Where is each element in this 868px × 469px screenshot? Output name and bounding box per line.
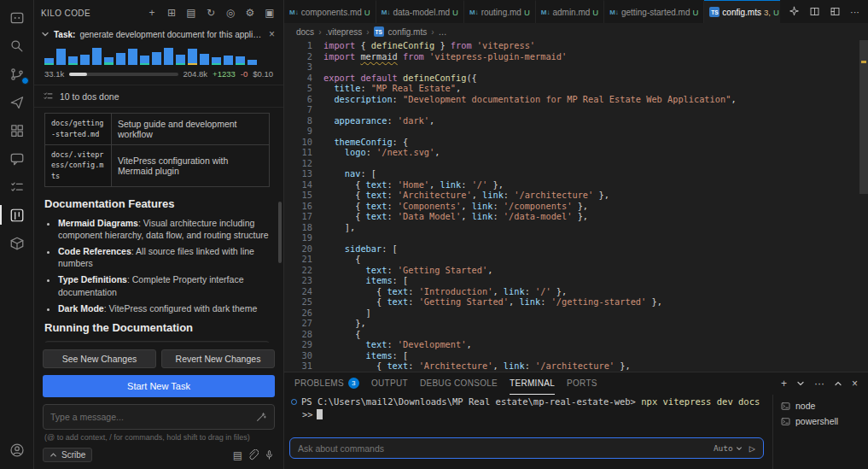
mic-icon[interactable]	[264, 449, 275, 460]
panel-tab[interactable]: TERMINAL	[510, 372, 555, 395]
auto-dropdown[interactable]: Auto	[714, 443, 743, 453]
more-actions-icon[interactable]: ···	[814, 378, 824, 390]
warning-mark	[861, 61, 866, 63]
chat-icon[interactable]	[0, 144, 34, 173]
terminal-line: >>	[291, 408, 766, 421]
panel-tab[interactable]: OUTPUT	[371, 372, 408, 395]
new-task-icon[interactable]: +	[145, 6, 159, 20]
see-new-changes-button[interactable]: See New Changes	[43, 349, 156, 368]
feature-item: Type Definitions: Complete Property inte…	[58, 273, 270, 297]
marketplace-icon[interactable]: ⊞	[165, 6, 178, 20]
enhance-prompt-icon[interactable]	[255, 411, 267, 423]
panel-actions: + ··· ×	[781, 378, 858, 390]
layout-icon[interactable]	[830, 6, 841, 17]
attach-icon[interactable]	[248, 449, 259, 460]
editor-tab[interactable]: M↓admin.mdU	[536, 0, 604, 23]
context-used: 33.1k	[44, 69, 64, 79]
task-text: generate development document for this a…	[79, 30, 263, 39]
markdown-file-icon: M↓	[609, 9, 619, 16]
extensions-icon[interactable]	[0, 116, 34, 144]
kilo-logo-icon[interactable]	[0, 3, 34, 32]
new-terminal-icon[interactable]: +	[781, 378, 787, 390]
terminal-list-item[interactable]: node	[773, 398, 868, 413]
split-editor-icon[interactable]	[809, 6, 820, 17]
copilot-sparkle-icon[interactable]	[789, 6, 800, 17]
sidebar-scrollbar[interactable]	[278, 202, 282, 263]
panel-tab[interactable]: PORTS	[567, 372, 597, 395]
terminal-list-item[interactable]: powershell	[773, 413, 868, 429]
breadcrumb-item[interactable]: config.mts	[388, 27, 428, 37]
revert-new-changes-button[interactable]: Revert New Changes	[161, 349, 275, 368]
mode-selector[interactable]: Scribe	[43, 448, 92, 462]
feature-item: Dark Mode: VitePress configured with dar…	[58, 302, 270, 314]
terminal-view[interactable]: PS C:\Users\mail2\Downloads\MP Real esta…	[284, 395, 772, 469]
history-icon[interactable]: ↻	[204, 6, 218, 20]
feature-item: Mermaid Diagrams: Visual architecture in…	[58, 217, 270, 241]
file-path-cell: docs/getting-started.md	[45, 114, 112, 145]
markdown-file-icon: M↓	[469, 9, 479, 16]
terminal-icon	[781, 402, 790, 411]
context-max: 204.8k	[184, 69, 208, 79]
terminal-prompt: PS C:\Users\mail2\Downloads\MP Real esta…	[301, 396, 636, 407]
breadcrumb[interactable]: docs›.vitepress›TSconfig.mts›…	[284, 23, 868, 40]
usage-bar	[152, 46, 161, 65]
checklist-icon[interactable]	[0, 173, 34, 201]
account-icon[interactable]	[0, 436, 34, 464]
editor-tab[interactable]: M↓routing.mdU	[464, 0, 536, 23]
breadcrumb-item[interactable]: docs	[296, 27, 314, 37]
send-icon[interactable]: ▷	[749, 443, 755, 454]
usage-bar	[92, 46, 102, 65]
profile-icon[interactable]: ◎	[224, 6, 237, 20]
editor-tab[interactable]: M↓components.mdU	[284, 0, 376, 23]
todos-row[interactable]: 10 to dos done	[34, 85, 283, 108]
editor-scrollbar[interactable]	[859, 40, 868, 194]
panel-tab[interactable]: PROBLEMS3	[294, 372, 359, 395]
api-config-icon[interactable]: ▤	[233, 449, 242, 461]
more-actions-icon[interactable]: ···	[850, 7, 859, 17]
terminal-chat-bar[interactable]: Auto ▷	[289, 437, 764, 459]
message-input[interactable]	[50, 412, 250, 422]
breadcrumb-item[interactable]: …	[439, 27, 447, 37]
command-code-block: npx vitepress dev docs	[44, 341, 270, 343]
usage-bar	[104, 46, 114, 65]
chevron-down-icon[interactable]	[796, 379, 805, 388]
markdown-file-icon: M↓	[289, 9, 299, 16]
source-control-icon[interactable]	[0, 60, 34, 88]
line-numbers: 1234567891011121314151617181920212223242…	[284, 40, 323, 372]
panel-tab[interactable]: DEBUG CONSOLE	[420, 372, 498, 395]
terminal-line: PS C:\Users\mail2\Downloads\MP Real esta…	[291, 396, 766, 408]
package-icon[interactable]	[0, 229, 34, 257]
close-panel-icon[interactable]: ×	[852, 378, 858, 390]
usage-bar	[116, 46, 125, 65]
usage-bar	[236, 46, 245, 65]
context-progress-fill	[69, 73, 86, 76]
file-desc-cell: VitePress configuration with Mermaid plu…	[112, 144, 270, 186]
tokens-out: -0	[241, 69, 248, 79]
ask-commands-input[interactable]	[298, 443, 707, 454]
tab-bar: M↓components.mdUM↓data-model.mdUM↓routin…	[284, 0, 868, 23]
kilo-board-icon[interactable]	[0, 201, 34, 229]
message-composer[interactable]	[43, 404, 275, 430]
start-new-task-button[interactable]: Start New Task	[43, 375, 275, 397]
usage-bar	[212, 46, 221, 65]
editor-tab[interactable]: M↓data-model.mdU	[376, 0, 464, 23]
settings-gear-icon[interactable]: ⚙	[243, 6, 257, 20]
task-header[interactable]: Task: generate development document for …	[34, 26, 283, 43]
file-path-cell: docs/.vitepress/config.mts	[45, 144, 112, 186]
prompts-icon[interactable]: ▤	[184, 6, 198, 20]
close-icon[interactable]: ×	[267, 28, 277, 40]
editor-tab[interactable]: M↓getting-started.mdU	[604, 0, 704, 23]
editor-tab[interactable]: TSconfig.mts3,U×	[704, 0, 780, 23]
code-lines[interactable]: import { defineConfig } from 'vitepress'…	[323, 40, 868, 372]
maximize-panel-icon[interactable]	[834, 379, 842, 388]
search-icon[interactable]	[0, 32, 34, 60]
open-in-editor-icon[interactable]: ▣	[263, 6, 277, 20]
panel-body: PS C:\Users\mail2\Downloads\MP Real esta…	[284, 395, 868, 469]
breadcrumb-separator: ›	[366, 27, 369, 37]
vscode-window: KILO CODE + ⊞ ▤ ↻ ◎ ⚙ ▣ Task: generate d…	[0, 0, 868, 469]
code-editor[interactable]: 1234567891011121314151617181920212223242…	[284, 40, 868, 372]
breadcrumb-item[interactable]: .vitepress	[325, 27, 362, 37]
send-icon[interactable]	[0, 88, 34, 116]
usage-bar	[164, 46, 173, 65]
usage-chart	[44, 46, 273, 65]
